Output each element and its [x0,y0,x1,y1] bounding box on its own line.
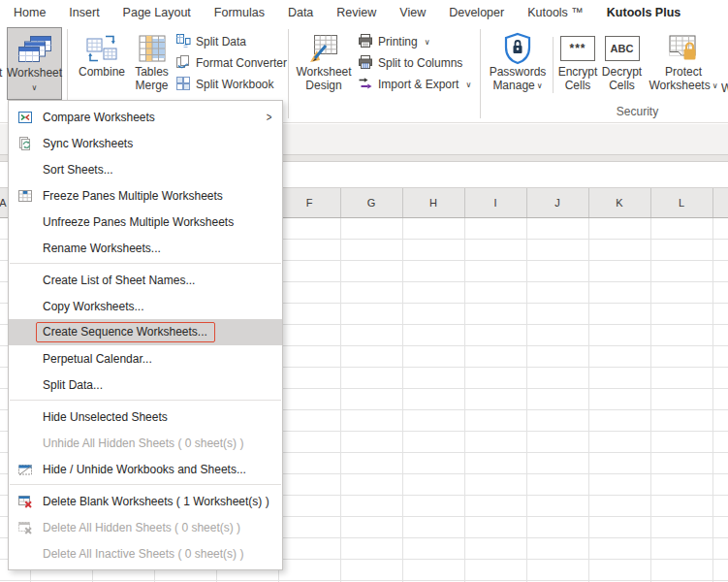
menu-item-sort-sheets[interactable]: Sort Sheets... [9,156,282,182]
menu-item-label: Freeze Panes Multiple Worksheets [43,189,223,203]
split-workbook-button[interactable]: Split Workbook [174,74,288,95]
cutoff-button-label: t [0,66,6,80]
menu-icon-placeholder [17,241,33,256]
cutoff-button-label: W [721,81,728,95]
split-to-columns-button[interactable]: Split to Columns [356,52,474,74]
menu-item-hide-unhide-workbooks-and-sheets[interactable]: Hide / Unhide Workbooks and Sheets... [9,456,282,482]
worksheet-design-icon [309,27,338,66]
menu-item-perpetual-calendar[interactable]: Perpetual Calendar... [9,345,282,372]
tables-merge-label-1: Tables [135,66,169,80]
format-converter-icon [175,54,191,73]
small-button-column-2: PrintingSplit to ColumnsImport & Export [356,31,474,95]
decrypt-label-2: Cells [609,80,635,93]
menu-item-label: Unhide All Hidden Sheets ( 0 sheet(s) ) [43,436,243,450]
sync-icon [17,136,33,151]
menu-icon-placeholder [17,325,33,340]
small-button-label: Split to Columns [378,56,462,70]
tab-page-layout[interactable]: Page Layout [111,0,203,26]
tables-merge-icon [138,27,167,66]
menu-icon-placeholder [17,299,33,314]
menu-item-delete-blank-worksheets-1-worksheet-s[interactable]: Delete Blank Worksheets ( 1 Worksheet(s)… [9,488,282,514]
menu-icon-placeholder [17,436,33,451]
split-data-button[interactable]: Split Data [174,31,288,52]
small-button-label: Printing [378,35,418,48]
excel-window: HomeInsertPage LayoutFormulasDataReviewV… [0,0,728,582]
printing-button[interactable]: Printing [356,31,474,52]
tab-kutools-plus[interactable]: Kutools Plus [595,0,692,26]
menu-item-label: Split Data... [43,378,103,392]
split-workbook-icon [175,76,191,94]
encrypt-label-1: Encrypt [558,66,598,80]
grid-lock-icon [667,27,700,66]
design-label-1: Worksheet [296,66,351,80]
tab-view[interactable]: View [388,0,437,26]
menu-item-create-sequence-worksheets[interactable]: Create Sequence Worksheets... [9,319,282,345]
menu-item-label: Compare Worksheets [43,111,155,124]
abc-icon: ABC [605,36,640,61]
menu-item-freeze-panes-multiple-worksheets[interactable]: Freeze Panes Multiple Worksheets [9,182,282,209]
column-header-g[interactable]: G [340,188,402,218]
passwords-manage-button[interactable]: Passwords Manage [486,27,550,121]
menu-item-label: Sync Worksheets [43,137,133,150]
menu-item-label: Unfreeze Panes Multiple Worksheets [43,215,234,229]
tab-insert[interactable]: Insert [57,0,111,26]
group-divider [480,29,481,118]
menu-item-create-list-of-sheet-names[interactable]: Create List of Sheet Names... [9,267,282,293]
tab-home[interactable]: Home [2,0,57,26]
combine-button-label: Combine [79,66,125,80]
shield-lock-icon [503,27,532,66]
menu-item-label: Create Sequence Worksheets... [36,322,215,342]
delete-hidden-icon [17,520,33,535]
dropdown-chevron-icon [535,80,543,94]
menu-item-rename-worksheets[interactable]: Rename Worksheets... [9,235,282,261]
import-export-button[interactable]: Import & Export [356,74,474,95]
column-header-h[interactable]: H [402,188,464,218]
small-button-label: Format Converter [196,56,287,70]
tab-developer[interactable]: Developer [437,0,516,26]
dropdown-chevron-icon [32,81,38,94]
menu-item-split-data[interactable]: Split Data... [9,372,282,398]
passwords-label-2: Manage [492,80,542,94]
menu-item-label: Create List of Sheet Names... [43,274,195,287]
menu-item-label: Hide / Unhide Workbooks and Sheets... [43,463,246,476]
menu-item-label: Delete Blank Worksheets ( 1 Worksheet(s)… [43,495,269,508]
delete-blank-icon [17,494,33,509]
column-header-i[interactable]: I [464,188,526,218]
menu-icon-placeholder [17,377,33,393]
menu-icon-placeholder [17,273,33,288]
column-header-f[interactable]: F [278,188,340,218]
tab-review[interactable]: Review [325,0,388,26]
button-divider [553,37,554,93]
asterisks-icon: *** [560,36,595,61]
format-converter-button[interactable]: Format Converter [174,52,288,74]
menu-separator [10,400,281,401]
tab-data[interactable]: Data [276,0,325,26]
tab-formulas[interactable]: Formulas [203,0,276,26]
split-columns-icon [358,54,373,73]
dropdown-chevron-icon [711,80,718,94]
menu-item-unfreeze-panes-multiple-worksheets[interactable]: Unfreeze Panes Multiple Worksheets [9,209,282,235]
worksheet-button-label: Worksheet [7,67,62,81]
combine-icon [86,27,117,66]
freeze-icon [17,188,33,204]
column-header-k[interactable]: K [588,188,650,218]
menu-item-label: Rename Worksheets... [43,242,161,255]
protect-label-2: Worksheets [649,80,718,94]
worksheet-design-button[interactable]: Worksheet Design [294,27,354,121]
menu-item-copy-worksheets[interactable]: Copy Worksheets... [9,293,282,319]
menu-icon-placeholder [17,162,33,178]
import-export-icon [358,76,373,94]
menu-separator [10,484,281,485]
column-header-l[interactable]: L [650,188,712,218]
menu-item-unhide-all-hidden-sheets-0-sheet-s: Unhide All Hidden Sheets ( 0 sheet(s) ) [9,430,282,456]
menu-item-compare-worksheets[interactable]: Compare Worksheets> [9,104,282,130]
menu-item-hide-unselected-sheets[interactable]: Hide Unselected Sheets [9,404,282,430]
tab-kutools[interactable]: Kutools ™ [516,0,595,26]
worksheet-button[interactable]: Worksheet [7,27,62,100]
menu-item-label: Hide Unselected Sheets [43,410,168,424]
dropdown-chevron-icon [463,78,471,91]
column-header-j[interactable]: J [526,188,588,218]
menu-item-delete-all-inactive-sheets-0-sheet-s: Delete All Inactive Sheets ( 0 sheet(s) … [9,540,282,566]
tables-merge-label-2: Merge [135,80,168,93]
menu-item-sync-worksheets[interactable]: Sync Worksheets [9,130,282,156]
